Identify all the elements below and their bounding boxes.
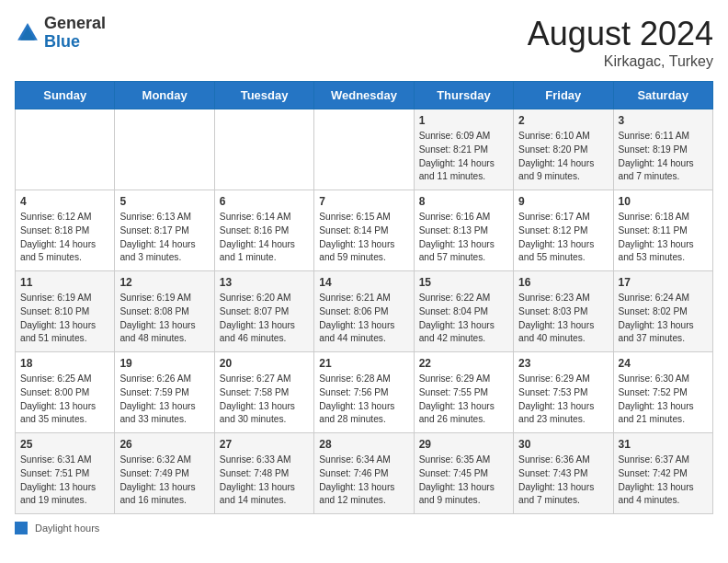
calendar-cell: 17Sunrise: 6:24 AM Sunset: 8:02 PM Dayli… [613, 271, 712, 352]
day-number: 27 [220, 438, 309, 451]
calendar-week-row: 11Sunrise: 6:19 AM Sunset: 8:10 PM Dayli… [16, 271, 713, 352]
cell-content: Sunrise: 6:16 AM Sunset: 8:13 PM Dayligh… [419, 211, 508, 265]
day-number: 4 [20, 195, 109, 208]
cell-content: Sunrise: 6:21 AM Sunset: 8:06 PM Dayligh… [319, 292, 408, 346]
cell-content: Sunrise: 6:20 AM Sunset: 8:07 PM Dayligh… [220, 292, 309, 346]
cell-content: Sunrise: 6:27 AM Sunset: 7:58 PM Dayligh… [220, 373, 309, 427]
logo: General Blue [15, 15, 106, 52]
day-header-sunday: Sunday [16, 82, 115, 109]
calendar-week-row: 4Sunrise: 6:12 AM Sunset: 8:18 PM Daylig… [16, 190, 713, 271]
calendar-cell: 20Sunrise: 6:27 AM Sunset: 7:58 PM Dayli… [214, 352, 313, 433]
calendar-cell: 31Sunrise: 6:37 AM Sunset: 7:42 PM Dayli… [613, 433, 712, 514]
day-number: 28 [319, 438, 408, 451]
cell-content: Sunrise: 6:26 AM Sunset: 7:59 PM Dayligh… [119, 373, 209, 427]
logo-icon [15, 20, 40, 46]
day-number: 6 [220, 195, 309, 208]
calendar-cell: 3Sunrise: 6:11 AM Sunset: 8:19 PM Daylig… [613, 109, 712, 190]
calendar-cell: 22Sunrise: 6:29 AM Sunset: 7:55 PM Dayli… [414, 352, 513, 433]
cell-content: Sunrise: 6:30 AM Sunset: 7:52 PM Dayligh… [619, 373, 708, 427]
calendar-table: SundayMondayTuesdayWednesdayThursdayFrid… [15, 81, 713, 514]
cell-content: Sunrise: 6:19 AM Sunset: 8:08 PM Dayligh… [119, 292, 209, 346]
calendar-cell [214, 109, 313, 190]
day-header-tuesday: Tuesday [214, 82, 313, 109]
calendar-cell: 7Sunrise: 6:15 AM Sunset: 8:14 PM Daylig… [314, 190, 414, 271]
day-number: 13 [220, 276, 309, 289]
cell-content: Sunrise: 6:14 AM Sunset: 8:16 PM Dayligh… [220, 211, 309, 265]
day-number: 23 [518, 357, 608, 370]
cell-content: Sunrise: 6:33 AM Sunset: 7:48 PM Dayligh… [220, 454, 309, 508]
cell-content: Sunrise: 6:12 AM Sunset: 8:18 PM Dayligh… [20, 211, 109, 265]
calendar-cell: 18Sunrise: 6:25 AM Sunset: 8:00 PM Dayli… [16, 352, 115, 433]
cell-content: Sunrise: 6:35 AM Sunset: 7:45 PM Dayligh… [419, 454, 508, 508]
day-number: 3 [619, 114, 708, 127]
calendar-cell [314, 109, 414, 190]
cell-content: Sunrise: 6:28 AM Sunset: 7:56 PM Dayligh… [319, 373, 408, 427]
cell-content: Sunrise: 6:25 AM Sunset: 8:00 PM Dayligh… [20, 373, 109, 427]
cell-content: Sunrise: 6:23 AM Sunset: 8:03 PM Dayligh… [518, 292, 608, 346]
calendar-cell: 30Sunrise: 6:36 AM Sunset: 7:43 PM Dayli… [514, 433, 613, 514]
day-number: 18 [20, 357, 109, 370]
calendar-cell: 14Sunrise: 6:21 AM Sunset: 8:06 PM Dayli… [314, 271, 414, 352]
calendar-cell: 29Sunrise: 6:35 AM Sunset: 7:45 PM Dayli… [414, 433, 513, 514]
calendar-cell: 4Sunrise: 6:12 AM Sunset: 8:18 PM Daylig… [16, 190, 115, 271]
day-number: 8 [419, 195, 508, 208]
cell-content: Sunrise: 6:31 AM Sunset: 7:51 PM Dayligh… [20, 454, 109, 508]
calendar-cell: 19Sunrise: 6:26 AM Sunset: 7:59 PM Dayli… [115, 352, 214, 433]
day-number: 20 [220, 357, 309, 370]
calendar-cell: 1Sunrise: 6:09 AM Sunset: 8:21 PM Daylig… [414, 109, 513, 190]
day-header-friday: Friday [514, 82, 613, 109]
calendar-cell: 2Sunrise: 6:10 AM Sunset: 8:20 PM Daylig… [514, 109, 613, 190]
calendar-week-row: 25Sunrise: 6:31 AM Sunset: 7:51 PM Dayli… [16, 433, 713, 514]
logo-text: General Blue [44, 15, 106, 52]
calendar-cell: 13Sunrise: 6:20 AM Sunset: 8:07 PM Dayli… [214, 271, 313, 352]
day-header-thursday: Thursday [414, 82, 513, 109]
calendar-cell: 10Sunrise: 6:18 AM Sunset: 8:11 PM Dayli… [613, 190, 712, 271]
calendar-cell: 9Sunrise: 6:17 AM Sunset: 8:12 PM Daylig… [514, 190, 613, 271]
calendar-cell: 8Sunrise: 6:16 AM Sunset: 8:13 PM Daylig… [414, 190, 513, 271]
legend-color-box [15, 522, 28, 534]
day-header-monday: Monday [115, 82, 214, 109]
calendar-cell: 6Sunrise: 6:14 AM Sunset: 8:16 PM Daylig… [214, 190, 313, 271]
calendar-cell [115, 109, 214, 190]
cell-content: Sunrise: 6:22 AM Sunset: 8:04 PM Dayligh… [419, 292, 508, 346]
cell-content: Sunrise: 6:29 AM Sunset: 7:53 PM Dayligh… [518, 373, 608, 427]
calendar-cell: 11Sunrise: 6:19 AM Sunset: 8:10 PM Dayli… [16, 271, 115, 352]
page-header: General Blue August 2024 Kirkagac, Turke… [15, 15, 713, 70]
cell-content: Sunrise: 6:09 AM Sunset: 8:21 PM Dayligh… [419, 130, 508, 184]
calendar-week-row: 1Sunrise: 6:09 AM Sunset: 8:21 PM Daylig… [16, 109, 713, 190]
cell-content: Sunrise: 6:10 AM Sunset: 8:20 PM Dayligh… [518, 130, 608, 184]
day-number: 10 [619, 195, 708, 208]
day-number: 11 [20, 276, 109, 289]
calendar-week-row: 18Sunrise: 6:25 AM Sunset: 8:00 PM Dayli… [16, 352, 713, 433]
day-number: 7 [319, 195, 408, 208]
cell-content: Sunrise: 6:24 AM Sunset: 8:02 PM Dayligh… [619, 292, 708, 346]
legend-label: Daylight hours [35, 523, 99, 534]
calendar-cell: 27Sunrise: 6:33 AM Sunset: 7:48 PM Dayli… [214, 433, 313, 514]
calendar-cell: 26Sunrise: 6:32 AM Sunset: 7:49 PM Dayli… [115, 433, 214, 514]
cell-content: Sunrise: 6:18 AM Sunset: 8:11 PM Dayligh… [619, 211, 708, 265]
day-number: 19 [119, 357, 209, 370]
day-number: 31 [619, 438, 708, 451]
cell-content: Sunrise: 6:29 AM Sunset: 7:55 PM Dayligh… [419, 373, 508, 427]
cell-content: Sunrise: 6:17 AM Sunset: 8:12 PM Dayligh… [518, 211, 608, 265]
calendar-cell: 15Sunrise: 6:22 AM Sunset: 8:04 PM Dayli… [414, 271, 513, 352]
day-number: 1 [419, 114, 508, 127]
cell-content: Sunrise: 6:37 AM Sunset: 7:42 PM Dayligh… [619, 454, 708, 508]
cell-content: Sunrise: 6:15 AM Sunset: 8:14 PM Dayligh… [319, 211, 408, 265]
month-year: August 2024 [528, 15, 713, 53]
legend: Daylight hours [15, 522, 713, 534]
day-number: 9 [518, 195, 608, 208]
day-number: 24 [619, 357, 708, 370]
cell-content: Sunrise: 6:13 AM Sunset: 8:17 PM Dayligh… [119, 211, 209, 265]
calendar-cell: 24Sunrise: 6:30 AM Sunset: 7:52 PM Dayli… [613, 352, 712, 433]
day-number: 2 [518, 114, 608, 127]
day-header-wednesday: Wednesday [314, 82, 414, 109]
calendar-cell [16, 109, 115, 190]
cell-content: Sunrise: 6:34 AM Sunset: 7:46 PM Dayligh… [319, 454, 408, 508]
calendar-cell: 21Sunrise: 6:28 AM Sunset: 7:56 PM Dayli… [314, 352, 414, 433]
cell-content: Sunrise: 6:11 AM Sunset: 8:19 PM Dayligh… [619, 130, 708, 184]
day-number: 26 [119, 438, 209, 451]
day-number: 14 [319, 276, 408, 289]
day-number: 25 [20, 438, 109, 451]
day-header-saturday: Saturday [613, 82, 712, 109]
